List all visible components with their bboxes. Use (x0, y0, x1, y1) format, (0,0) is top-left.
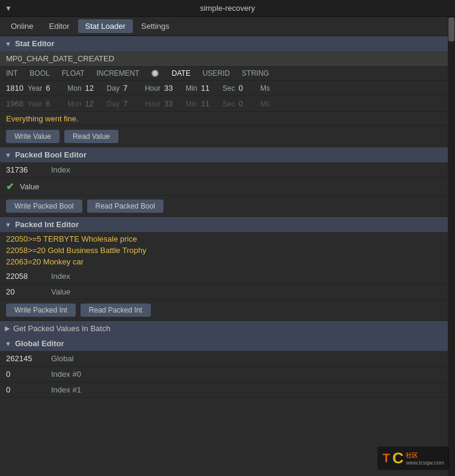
stat-editor-title: Stat Editor (15, 39, 55, 48)
title-bar: ▼ simple-recovery (0, 0, 455, 17)
ms-val-2: 0 (239, 99, 257, 108)
global-row-0: 262145 Global (0, 351, 455, 367)
get-packed-values-header[interactable]: ▶ Get Packed Values In Batch (0, 321, 455, 336)
get-packed-values-arrow: ▶ (5, 325, 10, 332)
min-val-1[interactable]: 33 (164, 84, 182, 93)
tab-editor[interactable]: Editor (42, 19, 77, 33)
sec-lbl-2: Sec (222, 100, 235, 108)
hour-val-2: 7 (123, 99, 141, 108)
tab-online[interactable]: Online (4, 19, 41, 33)
global-editor-header: ▼ Global Editor (0, 336, 455, 351)
day-val-2: 12 (85, 99, 103, 108)
global-editor-title: Global Editor (15, 339, 64, 348)
packed-bool-index-label: Index (51, 165, 70, 174)
mon-lbl-1: Mon (67, 84, 81, 93)
title-bar-arrow: ▼ (5, 4, 12, 13)
packed-bool-index-row: 31736 Index (0, 162, 455, 178)
global-value-1[interactable]: 0 (6, 370, 39, 379)
write-packed-int-button[interactable]: Write Packed Int (6, 304, 76, 317)
ms-lbl-1: Ms (260, 84, 270, 93)
packed-bool-checkmark[interactable]: ✔ (6, 181, 14, 192)
type-float[interactable]: FLOAT (62, 69, 85, 78)
tab-settings[interactable]: Settings (134, 19, 177, 33)
packed-int-index-value[interactable]: 22058 (6, 272, 39, 281)
day-lbl-1: Day (107, 84, 120, 93)
scrollbar-track[interactable] (448, 17, 455, 476)
hour-lbl-2: Hour (145, 100, 160, 108)
stat-editor-buttons: Write Value Read Value (0, 126, 455, 147)
packed-bool-index-value[interactable]: 31736 (6, 165, 39, 174)
global-row-1: 0 Index #0 (0, 367, 455, 382)
type-string[interactable]: STRING (242, 69, 269, 78)
mon-val-1[interactable]: 6 (46, 84, 64, 93)
field-name-value: MP0_CHAR_DATE_CREATED (6, 54, 114, 63)
packed-int-info-2: 22063=20 Monkey car (0, 255, 455, 269)
min-lbl-2: Min (186, 100, 197, 108)
packed-bool-value-row: ✔ Value (0, 178, 455, 196)
packed-bool-header: ▼ Packed Bool Editor (0, 147, 455, 162)
stat-editor-header: ▼ Stat Editor (0, 36, 455, 51)
title-bar-title: simple-recovery (200, 4, 255, 13)
year-val-2: 1968 (6, 99, 24, 108)
packed-bool-collapse-arrow[interactable]: ▼ (5, 151, 11, 159)
global-label-1: Index #0 (51, 370, 81, 379)
year-lbl-2: Year (28, 100, 42, 108)
packed-int-title: Packed Int Editor (15, 220, 79, 229)
read-value-button[interactable]: Read Value (64, 130, 118, 143)
packed-bool-title: Packed Bool Editor (15, 150, 87, 159)
sec-val-1[interactable]: 11 (201, 84, 219, 93)
type-increment[interactable]: INCREMENT (96, 69, 139, 78)
scrollbar-thumb[interactable] (448, 17, 454, 41)
write-packed-bool-button[interactable]: Write Packed Bool (6, 200, 82, 213)
min-val-2: 33 (164, 99, 182, 108)
global-editor-collapse-arrow[interactable]: ▼ (5, 340, 11, 347)
date-row-2: 1968 Year 6 Mon 12 Day 7 Hour 33 Min 11 … (0, 96, 455, 112)
stat-editor-collapse-arrow[interactable]: ▼ (5, 40, 11, 47)
hour-lbl-1: Hour (145, 84, 160, 93)
main-content: ▼ Stat Editor MP0_CHAR_DATE_CREATED INT … (0, 36, 455, 398)
global-label-0: Global (51, 354, 74, 363)
tab-stat-loader[interactable]: Stat Loader (78, 19, 133, 33)
hour-val-1[interactable]: 7 (123, 84, 141, 93)
date-row-1: 1810 Year 6 Mon 12 Day 7 Hour 33 Min 11 … (0, 81, 455, 96)
global-row-2: 0 Index #1 (0, 382, 455, 398)
sec-lbl-1: Sec (222, 84, 235, 93)
type-int[interactable]: INT (6, 69, 17, 78)
ms-lbl-2: Ms (260, 100, 270, 108)
field-name-row: MP0_CHAR_DATE_CREATED (0, 51, 455, 67)
mon-val-2: 6 (46, 99, 64, 108)
min-lbl-1: Min (186, 84, 197, 93)
day-val-1[interactable]: 12 (85, 84, 103, 93)
type-date[interactable]: DATE (172, 69, 191, 78)
packed-int-header: ▼ Packed Int Editor (0, 217, 455, 232)
packed-int-collapse-arrow[interactable]: ▼ (5, 221, 11, 228)
global-value-0[interactable]: 262145 (6, 354, 39, 363)
type-userid[interactable]: USERID (203, 69, 230, 78)
year-lbl-1: Year (28, 84, 42, 93)
packed-int-index-row: 22058 Index (0, 269, 455, 284)
mon-lbl-2: Mon (67, 100, 81, 108)
packed-int-info-0: 22050>=5 TERBYTE Wholesale price (0, 232, 455, 243)
packed-int-value-label: Value (51, 287, 70, 296)
type-date-radio[interactable] (151, 70, 159, 77)
ms-val-1[interactable]: 0 (239, 84, 257, 93)
watermark: TC 社区 www.tcsqw.com (377, 447, 449, 470)
write-value-button[interactable]: Write Value (6, 130, 60, 143)
type-row: INT BOOL FLOAT INCREMENT DATE USERID STR… (0, 67, 455, 81)
packed-int-buttons: Write Packed Int Read Packed Int (0, 300, 455, 321)
tab-bar: Online Editor Stat Loader Settings (0, 17, 455, 36)
global-value-2[interactable]: 0 (6, 385, 39, 394)
get-packed-values-title: Get Packed Values In Batch (13, 324, 111, 333)
packed-bool-value-label: Value (20, 182, 39, 191)
packed-int-value-value[interactable]: 20 (6, 287, 39, 296)
day-lbl-2: Day (107, 100, 120, 108)
read-packed-int-button[interactable]: Read Packed Int (81, 304, 151, 317)
stat-editor-status: Everything went fine. (0, 112, 455, 126)
packed-int-value-row: 20 Value (0, 284, 455, 300)
packed-int-index-label: Index (51, 272, 70, 281)
read-packed-bool-button[interactable]: Read Packed Bool (87, 200, 163, 213)
packed-bool-buttons: Write Packed Bool Read Packed Bool (0, 196, 455, 217)
packed-int-info-1: 22058>=20 Gold Business Battle Trophy (0, 243, 455, 255)
year-val-1[interactable]: 1810 (6, 84, 24, 93)
type-bool[interactable]: BOOL (29, 69, 49, 78)
